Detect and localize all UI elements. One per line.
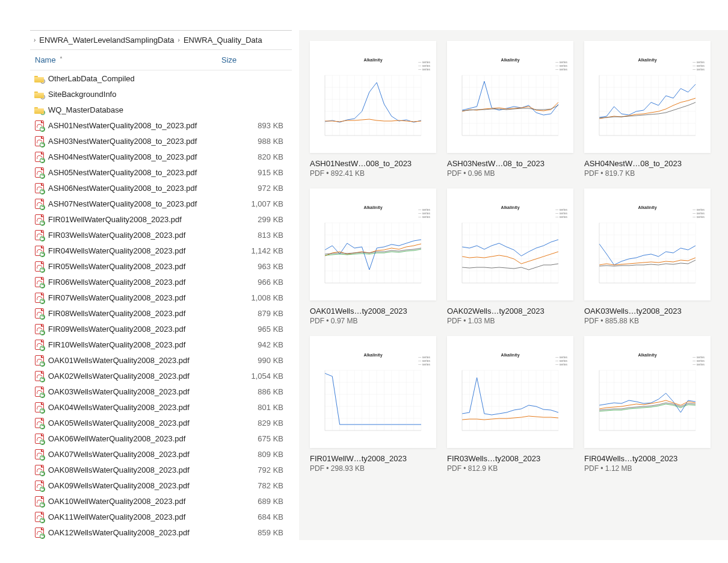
thumbnail-card[interactable]: Alkalinity — series— series— series ASH0…: [447, 41, 573, 178]
breadcrumb-current[interactable]: ENWRA_Quality_Data: [184, 36, 262, 45]
file-row[interactable]: OAK04WellsWaterQuality2008_2023.pdf 801 …: [30, 399, 292, 415]
file-row[interactable]: ASH07NestWaterQuality2008_to_2023.pdf 1,…: [30, 196, 292, 211]
thumbnail-card[interactable]: Alkalinity — series— series— series FIR0…: [447, 336, 573, 473]
column-header-name[interactable]: Name ˄: [30, 50, 217, 70]
file-row[interactable]: FIR06WellsWaterQuality2008_2023.pdf 966 …: [30, 274, 292, 290]
pdf-icon: [34, 465, 45, 475]
chart-title: Alkalinity: [584, 353, 711, 357]
file-size: 963 KB: [223, 262, 288, 271]
thumbnail-card[interactable]: Alkalinity — series— series— series OAK0…: [447, 188, 573, 325]
file-name: OAK07WellsWaterQuality2008_2023.pdf: [45, 450, 223, 459]
thumbnail-title: OAK02Wells…ty2008_2023: [447, 306, 573, 316]
thumbnail-chart: Alkalinity — series— series— series: [310, 336, 436, 448]
pdf-icon: [34, 120, 45, 131]
pdf-icon: [34, 324, 45, 334]
file-row[interactable]: FIR03WellsWaterQuality2008_2023.pdf 813 …: [30, 227, 292, 243]
file-row[interactable]: FIR01WellWaterQuality2008_2023.pdf 299 K…: [30, 211, 292, 227]
file-size: 988 KB: [223, 137, 288, 146]
folder-row[interactable]: ↻ WQ_MasterDatabase: [30, 102, 292, 117]
pdf-icon: [34, 434, 45, 444]
chart-title: Alkalinity: [447, 58, 573, 62]
file-row[interactable]: ASH01NestWaterQuality2008_to_2023.pdf 89…: [30, 117, 292, 133]
file-name: FIR05WellsWaterQuality2008_2023.pdf: [45, 262, 223, 271]
chart-legend: — series— series— series: [555, 355, 567, 366]
file-row[interactable]: FIR05WellsWaterQuality2008_2023.pdf 963 …: [30, 258, 292, 274]
pdf-icon: [34, 293, 45, 303]
file-row[interactable]: OAK05WellsWaterQuality2008_2023.pdf 829 …: [30, 415, 292, 431]
thumbnail-title: FIR04Wells…ty2008_2023: [584, 454, 711, 463]
pdf-icon: [34, 230, 45, 240]
file-name: OAK09WellsWaterQuality2008_2023.pdf: [45, 481, 223, 490]
pdf-icon: [34, 277, 45, 287]
folder-icon: •: [34, 90, 45, 98]
file-row[interactable]: FIR10WellsWaterQuality2008_2023.pdf 942 …: [30, 337, 292, 352]
chart-legend: — series— series— series: [418, 208, 430, 219]
thumbnail-meta: PDF • 0.97 MB: [310, 317, 436, 325]
chart-legend: — series— series— series: [555, 208, 567, 219]
file-row[interactable]: ASH05NestWaterQuality2008_to_2023.pdf 91…: [30, 164, 292, 180]
file-size: 972 KB: [223, 184, 288, 193]
file-name: OAK11WellWaterQuality2008_2023.pdf: [45, 512, 223, 521]
file-size: 879 KB: [223, 309, 288, 318]
file-name: FIR06WellsWaterQuality2008_2023.pdf: [45, 278, 223, 287]
file-size: 1,142 KB: [223, 246, 288, 255]
thumbnail-title: ASH03NestW…08_to_2023: [447, 159, 573, 168]
pdf-icon: [34, 527, 45, 538]
folder-row[interactable]: • OtherLabData_Compiled: [30, 70, 292, 86]
pdf-icon: [34, 183, 45, 193]
thumbnail-title: ASH01NestW…008_to_2023: [310, 159, 436, 168]
file-row[interactable]: OAK11WellWaterQuality2008_2023.pdf 684 K…: [30, 509, 292, 524]
file-name: FIR04WellsWaterQuality2008_2023.pdf: [45, 246, 223, 255]
thumbnail-card[interactable]: Alkalinity — series— series— series FIR0…: [310, 336, 436, 473]
file-row[interactable]: OAK07WellsWaterQuality2008_2023.pdf 809 …: [30, 446, 292, 462]
file-name: FIR10WellsWaterQuality2008_2023.pdf: [45, 340, 223, 349]
pdf-icon: [34, 199, 45, 209]
file-row[interactable]: OAK06WellWaterQuality2008_2023.pdf 675 K…: [30, 431, 292, 446]
pdf-icon: [34, 152, 45, 162]
breadcrumb-parent[interactable]: ENWRA_WaterLevelandSamplingData: [39, 36, 174, 45]
file-size: 990 KB: [223, 356, 288, 365]
column-header-size[interactable]: Size: [217, 50, 292, 70]
thumbnail-chart: Alkalinity — series— series— series: [310, 41, 436, 153]
thumbnail-card[interactable]: Alkalinity — series— series— series OAK0…: [584, 188, 711, 325]
file-name: OAK02WellsWaterQuality2008_2023.pdf: [45, 372, 223, 381]
file-row[interactable]: FIR08WellsWaterQuality2008_2023.pdf 879 …: [30, 305, 292, 321]
chart-legend: — series— series— series: [693, 60, 705, 71]
folder-name: WQ_MasterDatabase: [45, 105, 223, 114]
breadcrumb[interactable]: › ENWRA_WaterLevelandSamplingData › ENWR…: [30, 30, 292, 50]
thumbnail-card[interactable]: Alkalinity — series— series— series FIR0…: [584, 336, 711, 473]
file-row[interactable]: ASH03NestWaterQuality2008_to_2023.pdf 98…: [30, 133, 292, 149]
pdf-icon: [34, 387, 45, 397]
file-row[interactable]: OAK08WellsWaterQuality2008_2023.pdf 792 …: [30, 462, 292, 477]
file-row[interactable]: OAK12WellsWaterQuality2008_2023.pdf 859 …: [30, 524, 292, 540]
file-row[interactable]: FIR09WellsWaterQuality2008_2023.pdf 965 …: [30, 321, 292, 337]
file-name: OAK06WellWaterQuality2008_2023.pdf: [45, 434, 223, 443]
file-row[interactable]: FIR04WellsWaterQuality2008_2023.pdf 1,14…: [30, 243, 292, 258]
file-name: FIR08WellsWaterQuality2008_2023.pdf: [45, 309, 223, 318]
thumbnail-meta: PDF • 0.96 MB: [447, 169, 573, 178]
thumbnail-card[interactable]: Alkalinity — series— series— series OAK0…: [310, 188, 436, 325]
folder-name: OtherLabData_Compiled: [45, 74, 223, 83]
file-row[interactable]: OAK01WellsWaterQuality2008_2023.pdf 990 …: [30, 352, 292, 368]
file-row[interactable]: ASH04NestWaterQuality2008_to_2023.pdf 82…: [30, 149, 292, 164]
file-row[interactable]: ASH06NestWaterQuality2008_to_2023.pdf 97…: [30, 180, 292, 196]
pdf-icon: [34, 308, 45, 319]
file-name: ASH06NestWaterQuality2008_to_2023.pdf: [45, 184, 223, 193]
thumbnail-card[interactable]: Alkalinity — series— series— series ASH0…: [584, 41, 711, 178]
file-row[interactable]: OAK09WellsWaterQuality2008_2023.pdf 782 …: [30, 477, 292, 493]
sort-asc-icon: ˄: [60, 56, 63, 63]
file-row[interactable]: FIR07WellsWaterQuality2008_2023.pdf 1,00…: [30, 290, 292, 305]
file-name: OAK03WellsWaterQuality2008_2023.pdf: [45, 387, 223, 396]
file-name: OAK10WellWaterQuality2008_2023.pdf: [45, 497, 223, 506]
pdf-icon: [34, 402, 45, 412]
folder-row[interactable]: • SiteBackgroundInfo: [30, 86, 292, 102]
file-size: 859 KB: [223, 528, 288, 537]
file-size: 684 KB: [223, 512, 288, 521]
thumbnail-card[interactable]: Alkalinity — series— series— series ASH0…: [310, 41, 436, 178]
file-size: 942 KB: [223, 340, 288, 349]
file-row[interactable]: OAK02WellsWaterQuality2008_2023.pdf 1,05…: [30, 368, 292, 384]
file-row[interactable]: OAK10WellWaterQuality2008_2023.pdf 689 K…: [30, 493, 292, 509]
preview-pane: Alkalinity — series— series— series ASH0…: [299, 30, 728, 540]
file-row[interactable]: OAK03WellsWaterQuality2008_2023.pdf 886 …: [30, 384, 292, 399]
file-size: 299 KB: [223, 215, 288, 224]
